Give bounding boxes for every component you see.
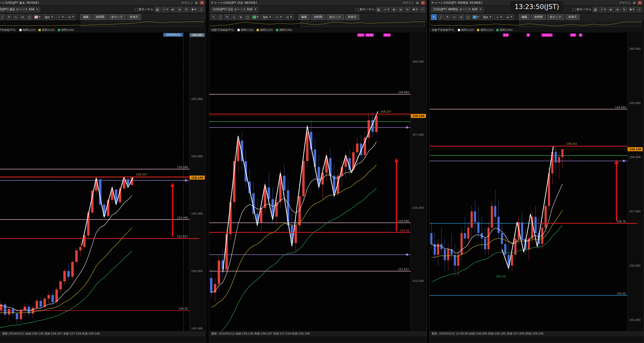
chart-canvas[interactable]: 165.000160.000155.000150.000145.000158.8… [0, 32, 206, 331]
crosshair-icon: ✚ [413, 8, 415, 11]
line-style-dropdown[interactable]: —▼ [274, 14, 284, 20]
line-end-dropdown[interactable]: ↔▼ [285, 14, 294, 20]
rect-tool[interactable]: □ [245, 14, 250, 20]
zoom-in-button[interactable]: ⊕ [608, 7, 614, 12]
trade-panel-checkbox[interactable]: 取引パネル [356, 8, 374, 11]
color-picker[interactable]: ▼ [252, 14, 259, 20]
close-button[interactable]: × [200, 1, 204, 5]
zoom-out-button[interactable]: ⊖ [177, 7, 182, 12]
line-tool[interactable]: ╱ [218, 14, 223, 20]
color-picker[interactable]: ▼ [472, 14, 480, 20]
cursor-tool[interactable]: ↖ [431, 14, 437, 20]
overview-sparkline[interactable] [430, 21, 643, 27]
zoom-in-button[interactable]: ⊕ [170, 7, 176, 12]
lock-all-button[interactable]: 全ロック [327, 14, 344, 20]
symbol-dropdown[interactable]: [USD/JPY] 日足 ローソク ASK ▼ [211, 7, 258, 12]
refresh-button[interactable]: ↻ [184, 7, 189, 12]
svg-text:158.884: 158.884 [177, 166, 188, 169]
line-tool[interactable]: ╱ [0, 14, 5, 20]
edit-button[interactable]: 編集 [80, 14, 92, 20]
gear-icon[interactable]: ⚙ [195, 1, 198, 5]
line-width-dropdown[interactable]: 3px▼ [43, 14, 55, 20]
checkbox-icon [356, 8, 359, 11]
formula-button[interactable]: √ [636, 7, 642, 12]
hline-tool[interactable]: ≡ [458, 14, 464, 20]
chart-canvas[interactable]: 160.000159.000158.000157.000156.000155.0… [430, 32, 643, 331]
gear-icon[interactable]: ⚙ [416, 1, 419, 5]
line-style-dropdown[interactable]: —▼ [56, 14, 65, 20]
grid-icon[interactable]: ▤ [593, 7, 598, 12]
gear-icon[interactable]: ⚙ [633, 1, 636, 5]
line-end-dropdown[interactable]: ↔▼ [66, 14, 75, 20]
crosshair-button[interactable]: ✚ ▼ [628, 7, 635, 12]
hline-tool[interactable]: ≡ [238, 14, 244, 20]
svg-text:155.000: 155.000 [412, 206, 424, 210]
ma-legend: 指数平滑移動平均: 期間1(10) 期間2(25) 期間3(40) [430, 27, 643, 32]
delete-all-button[interactable]: 全削除 [531, 14, 546, 20]
crosshair-button[interactable]: ✚ ▼ [190, 7, 197, 12]
close-button[interactable]: × [638, 1, 642, 5]
svg-text:158.000: 158.000 [629, 156, 641, 159]
line-end-dropdown[interactable]: ↔▼ [505, 14, 514, 20]
delete-all-button[interactable]: 全削除 [311, 14, 325, 20]
overview-sparkline[interactable] [209, 21, 427, 27]
chart-canvas[interactable]: 160.000157.500155.000152.500158.884158.2… [209, 32, 427, 331]
zoom-in-button[interactable]: ⊕ [391, 7, 397, 12]
design-button[interactable]: デザイン [403, 1, 414, 5]
delete-all-button[interactable]: 全削除 [93, 14, 107, 20]
wave-tool[interactable]: ∿ [13, 14, 19, 20]
refresh-button[interactable]: ↻ [405, 7, 410, 12]
window-title: チャート(USD/JPY 週足 36/49本) [0, 1, 39, 5]
cursor-tool[interactable]: ↖ [211, 14, 216, 20]
design-button[interactable]: デザイン [619, 1, 631, 5]
wave-tool[interactable]: ∿ [231, 14, 237, 20]
pencil-tool[interactable]: ✎ [445, 14, 450, 20]
line-style-dropdown[interactable]: —▼ [494, 14, 504, 20]
svg-text:156.000: 156.000 [629, 264, 641, 267]
hide-button[interactable]: 非表示 [345, 14, 359, 20]
titlebar[interactable]: チャート(USD/JPY 日足 48/56本) デザイン ⚙ × [209, 0, 427, 6]
trade-panel-checkbox[interactable]: 取引パネル [573, 8, 591, 11]
pencil-tool[interactable]: ✎ [224, 14, 230, 20]
overview-sparkline[interactable] [0, 21, 206, 27]
hide-button[interactable]: 非表示 [566, 14, 580, 20]
formula-button[interactable]: √ [420, 7, 425, 12]
wave-tool[interactable]: ∿ [452, 14, 457, 20]
ma3-swatch [496, 29, 499, 31]
line-width-dropdown[interactable]: 3px▼ [481, 14, 493, 20]
add-indicator-button[interactable]: ＋ ▼ [162, 7, 169, 12]
refresh-button[interactable]: ↻ [622, 7, 627, 12]
crosshair-button[interactable]: ✚ ▼ [412, 7, 418, 12]
chart-window-4h: チャート(USD/JPY 4時間足 65/98本) デザイン ⚙ × [USD/… [429, 0, 644, 343]
add-indicator-button[interactable]: ＋ ▼ [599, 7, 607, 12]
svg-text:5: 5 [580, 34, 581, 36]
rect-tool[interactable]: □ [465, 14, 471, 20]
symbol-dropdown[interactable]: [USD/JPY] 週足 ローソク ASK ▼ [0, 7, 40, 12]
edit-button[interactable]: 編集 [519, 14, 530, 20]
grid-icon[interactable]: ▤ [155, 7, 160, 12]
design-button[interactable]: デザイン [181, 1, 193, 5]
ma3-swatch [276, 29, 278, 31]
rect-tool[interactable]: □ [27, 14, 32, 20]
pencil-tool[interactable]: ✎ [6, 14, 12, 20]
lock-all-button[interactable]: 全ロック [108, 14, 126, 20]
ma-legend: 指数平滑移動平均: 期間1(10) 期間2(25) 期間3(40) [209, 27, 427, 32]
line-tool[interactable]: ╱ [438, 14, 444, 20]
add-indicator-button[interactable]: ＋ ▼ [383, 7, 390, 12]
chevron-down-icon: ▼ [604, 8, 606, 11]
grid-icon[interactable]: ▤ [376, 7, 381, 12]
close-button[interactable]: × [421, 1, 425, 5]
symbol-dropdown[interactable]: [USD/JPY] 4時間足 ローソク ASK ▼ [431, 7, 483, 12]
zoom-out-button[interactable]: ⊖ [398, 7, 404, 12]
hline-tool[interactable]: ≡ [20, 14, 25, 20]
line-width-dropdown[interactable]: 3px▼ [261, 14, 273, 20]
color-picker[interactable]: ▼ [33, 14, 41, 20]
trade-panel-checkbox[interactable]: 取引パネル [135, 8, 153, 11]
zoom-out-button[interactable]: ⊖ [615, 7, 620, 12]
edit-button[interactable]: 編集 [298, 14, 310, 20]
lock-all-button[interactable]: 全ロック [547, 14, 564, 20]
formula-button[interactable]: √ [198, 7, 204, 12]
svg-text:160.000: 160.000 [412, 60, 424, 63]
hide-button[interactable]: 非表示 [127, 14, 141, 20]
titlebar[interactable]: チャート(USD/JPY 週足 36/49本) デザイン ⚙ × [0, 0, 206, 6]
